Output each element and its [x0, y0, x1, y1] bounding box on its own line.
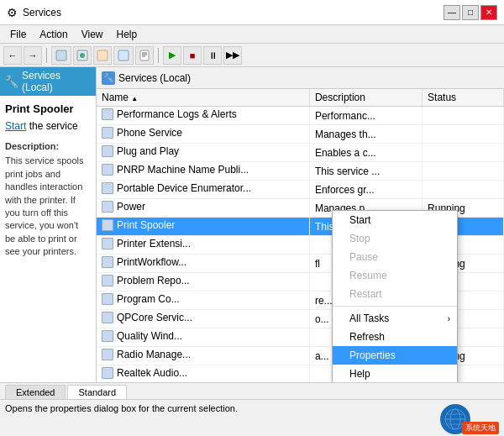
cell-name: Program Co...	[97, 292, 309, 310]
cell-name: Quality Wind...	[97, 328, 309, 347]
title-bar-left: ⚙ Services	[7, 6, 61, 19]
restart-button[interactable]: ▶▶	[223, 46, 242, 65]
ctx-pause[interactable]: Pause	[333, 248, 457, 266]
ctx-properties[interactable]: Properties	[333, 346, 457, 365]
cell-name: PNRP Machine Name Publi...	[97, 162, 309, 181]
service-action: Start the service	[5, 120, 91, 132]
left-panel-title: Services (Local)	[22, 70, 92, 93]
menu-file[interactable]: File	[3, 27, 33, 42]
cell-name: Portable Device Enumerator...	[97, 181, 309, 199]
cell-status	[423, 181, 504, 199]
service-start-link[interactable]: Start	[5, 120, 26, 132]
desc-text: This service spools print jobs and handl…	[5, 155, 91, 258]
window-controls[interactable]: — □ ✕	[444, 5, 497, 20]
main-area: 🔧 Services (Local) Print Spooler Start t…	[0, 67, 504, 382]
cell-name: Plug and Play	[97, 144, 309, 162]
table-row[interactable]: Performance Logs & AlertsPerformanc...	[97, 107, 504, 125]
desc-title: Description:	[5, 140, 91, 153]
back-button[interactable]: ←	[3, 46, 22, 65]
cell-status	[423, 162, 504, 181]
table-row[interactable]: Phone ServiceManages th...	[97, 125, 504, 144]
svg-rect-3	[97, 50, 108, 60]
service-name: Print Spooler	[5, 102, 91, 115]
cell-desc: Enables a c...	[309, 144, 422, 162]
cell-status	[423, 144, 504, 162]
tab-extended[interactable]: Extended	[5, 385, 66, 399]
stop-button[interactable]: ■	[183, 46, 202, 65]
minimize-button[interactable]: —	[444, 5, 460, 20]
toolbar-sep-2	[158, 48, 159, 63]
table-row[interactable]: Plug and PlayEnables a c...	[97, 144, 504, 162]
ctx-separator-1	[333, 306, 457, 307]
cell-name: Realtek Audio...	[97, 365, 309, 383]
status-bar: Opens the properties dialog box for the …	[0, 399, 504, 416]
ctx-restart[interactable]: Restart	[333, 285, 457, 303]
forward-button[interactable]: →	[24, 46, 42, 65]
ctx-stop[interactable]: Stop	[333, 229, 457, 248]
ctx-refresh[interactable]: Refresh	[333, 328, 457, 346]
menu-view[interactable]: View	[75, 27, 110, 42]
cell-desc: Enforces gr...	[309, 181, 422, 199]
sort-icon: ▲	[131, 95, 138, 102]
cell-desc: Manages th...	[309, 125, 422, 144]
left-panel: 🔧 Services (Local) Print Spooler Start t…	[0, 67, 97, 382]
ctx-resume[interactable]: Resume	[333, 266, 457, 285]
table-row[interactable]: PNRP Machine Name Publi...This service .…	[97, 162, 504, 181]
cell-name: Problem Repo...	[97, 273, 309, 292]
cell-name: Printer Extensi...	[97, 236, 309, 255]
play-button[interactable]: ▶	[163, 46, 181, 65]
col-header-name[interactable]: Name ▲	[97, 89, 309, 107]
toolbar: ← → ▶ ■ ⏸ ▶▶	[0, 44, 504, 67]
ctx-help[interactable]: Help	[333, 365, 457, 382]
maximize-button[interactable]: □	[462, 5, 479, 20]
toolbar-btn-4[interactable]	[113, 46, 134, 65]
status-text: Opens the properties dialog box for the …	[5, 403, 238, 413]
svg-rect-0	[56, 50, 66, 60]
toolbar-btn-3[interactable]	[93, 46, 112, 65]
cell-name: Print Spooler	[97, 218, 309, 236]
svg-rect-5	[140, 50, 149, 60]
menu-help[interactable]: Help	[110, 27, 144, 42]
left-panel-header: 🔧 Services (Local)	[0, 67, 96, 96]
toolbar-sep-1	[46, 48, 47, 63]
show-local-users-button[interactable]	[51, 46, 71, 65]
ctx-all-tasks[interactable]: All Tasks ›	[333, 309, 457, 328]
service-description: Description: This service spools print j…	[5, 140, 91, 259]
window-title: Services	[23, 7, 61, 18]
svg-point-2	[80, 53, 85, 58]
table-row[interactable]: Portable Device Enumerator...Enforces gr…	[97, 181, 504, 199]
context-menu: Start Stop Pause Resume Restart All Task…	[332, 210, 458, 382]
cell-desc: This service ...	[309, 162, 422, 181]
all-tasks-arrow: ›	[448, 314, 450, 323]
cell-name: Phone Service	[97, 125, 309, 144]
address-text: Services (Local)	[118, 72, 191, 84]
logo-badge: 系统天地	[462, 422, 499, 434]
address-bar: 🔧 Services (Local)	[97, 67, 504, 89]
cell-name: Radio Manage...	[97, 347, 309, 365]
address-icon: 🔧	[102, 71, 115, 85]
toolbar-btn-5[interactable]	[135, 46, 154, 65]
svg-rect-4	[118, 50, 129, 60]
ctx-start[interactable]: Start	[333, 211, 457, 229]
cell-name: QPCore Servic...	[97, 310, 309, 328]
menu-bar: File Action View Help	[0, 25, 504, 44]
cell-status	[423, 107, 504, 125]
pause-button[interactable]: ⏸	[203, 46, 222, 65]
title-bar: ⚙ Services — □ ✕	[0, 0, 504, 25]
cell-desc: Performanc...	[309, 107, 422, 125]
cell-status	[423, 125, 504, 144]
right-panel: 🔧 Services (Local) Name ▲ Description St…	[97, 67, 504, 382]
col-header-status[interactable]: Status	[423, 89, 504, 107]
cell-name: PrintWorkflow...	[97, 255, 309, 273]
tab-standard[interactable]: Standard	[67, 385, 127, 399]
col-header-desc[interactable]: Description	[309, 89, 422, 107]
cell-name: Power	[97, 199, 309, 218]
service-link-suffix: the service	[26, 120, 77, 132]
toolbar-btn-2[interactable]	[73, 46, 92, 65]
menu-action[interactable]: Action	[33, 27, 74, 42]
tabs-bar: Extended Standard	[0, 382, 504, 399]
cell-name: Performance Logs & Alerts	[97, 107, 309, 125]
close-button[interactable]: ✕	[480, 5, 497, 20]
